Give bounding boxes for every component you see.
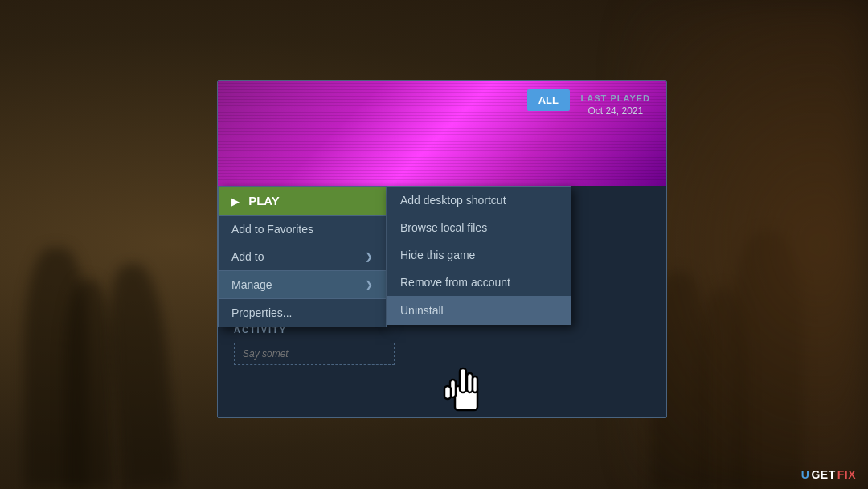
sub-menu-uninstall[interactable]: Uninstall — [387, 297, 571, 324]
browse-local-label: Browse local files — [400, 221, 487, 234]
add-favorites-label: Add to Favorites — [231, 223, 313, 236]
steam-panel: LAST PLAYED Oct 24, 2021 ALL ACTIVITY ▶ … — [217, 80, 667, 418]
watermark-get: GET — [811, 468, 835, 481]
menu-item-properties[interactable]: Properties... — [219, 299, 386, 327]
game-header: LAST PLAYED Oct 24, 2021 ALL — [218, 81, 666, 186]
sub-menu-browse-local[interactable]: Browse local files — [387, 214, 571, 241]
sub-menu-hide-game[interactable]: Hide this game — [387, 241, 571, 269]
sub-menu-desktop-shortcut[interactable]: Add desktop shortcut — [387, 187, 571, 214]
play-arrow-icon: ▶ — [231, 196, 239, 208]
menu-item-play[interactable]: ▶ PLAY — [219, 187, 386, 215]
watermark-u: U — [801, 468, 810, 481]
activity-input[interactable] — [234, 343, 395, 365]
last-played-date: Oct 24, 2021 — [581, 105, 650, 117]
remove-account-label: Remove from account — [400, 276, 510, 289]
context-menu-sub: Add desktop shortcut Browse local files … — [387, 186, 571, 325]
menu-item-add-favorites[interactable]: Add to Favorites — [219, 216, 386, 243]
uninstall-label: Uninstall — [400, 304, 444, 317]
manage-chevron-icon: ❯ — [365, 279, 373, 290]
add-to-label: Add to — [231, 250, 264, 263]
hide-game-label: Hide this game — [400, 249, 475, 261]
desktop-shortcut-label: Add desktop shortcut — [400, 194, 506, 207]
install-button[interactable]: ALL — [527, 89, 570, 111]
play-label: PLAY — [248, 194, 280, 208]
sub-menu-remove-account[interactable]: Remove from account — [387, 269, 571, 296]
properties-label: Properties... — [231, 306, 292, 319]
menu-item-add-to[interactable]: Add to ❯ — [219, 243, 386, 270]
add-to-chevron-icon: ❯ — [365, 251, 373, 262]
context-menu-main: ▶ PLAY Add to Favorites Add to ❯ Manage … — [218, 186, 387, 327]
last-played-label: LAST PLAYED — [581, 93, 650, 103]
watermark: U GET FIX — [801, 468, 856, 481]
menu-item-manage[interactable]: Manage ❯ — [219, 271, 386, 298]
watermark-fix: FIX — [837, 468, 856, 481]
install-btn-area: ALL — [527, 89, 570, 111]
last-played-section: LAST PLAYED Oct 24, 2021 — [581, 93, 650, 117]
manage-label: Manage — [231, 278, 272, 291]
